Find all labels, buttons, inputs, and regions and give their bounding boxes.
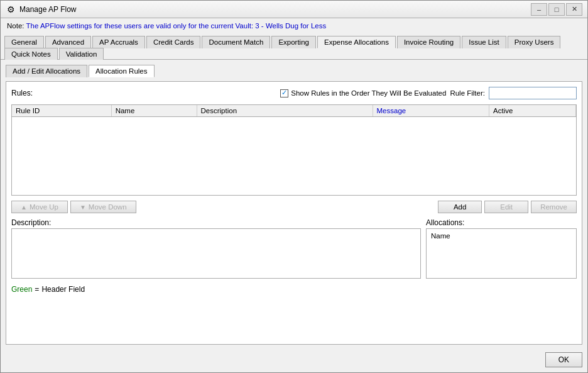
- add-button[interactable]: Add: [438, 201, 482, 213]
- subtabs: Add / Edit Allocations Allocation Rules: [6, 65, 582, 77]
- description-textarea[interactable]: [11, 228, 421, 279]
- tabs-container: General Advanced AP Accruals Credit Card…: [1, 33, 587, 60]
- allocations-table: Name: [428, 231, 574, 241]
- footer-note: Green = Header Field: [11, 284, 577, 295]
- subtab-add-edit[interactable]: Add / Edit Allocations: [6, 65, 87, 77]
- ok-button[interactable]: OK: [545, 352, 582, 367]
- edit-label: Edit: [500, 203, 513, 211]
- description-section: Description:: [11, 218, 421, 279]
- note-text: The APFlow settings for these users are …: [26, 22, 327, 30]
- tab-document-match[interactable]: Document Match: [202, 36, 270, 48]
- note-bar: Note: The APFlow settings for these user…: [1, 18, 587, 33]
- window-title: Manage AP Flow: [19, 5, 531, 14]
- allocations-box: Name: [426, 228, 577, 279]
- subtab-allocation-rules[interactable]: Allocation Rules: [89, 65, 154, 77]
- show-rules-checkbox-label[interactable]: Show Rules in the Order They Will Be Eva…: [280, 89, 446, 97]
- col-name: Name: [111, 105, 197, 117]
- rules-table: Rule ID Name Description Message Active: [12, 105, 576, 117]
- minimize-button[interactable]: –: [531, 3, 547, 16]
- col-description: Description: [197, 105, 373, 117]
- tab-quick-notes[interactable]: Quick Notes: [4, 48, 58, 60]
- col-message: Message: [373, 105, 489, 117]
- footer-field-text: Header Field: [41, 285, 85, 294]
- move-down-button[interactable]: ▼ Move Down: [70, 201, 136, 213]
- window-icon: ⚙: [6, 4, 16, 14]
- description-label: Description:: [11, 218, 421, 227]
- tab-credit-cards[interactable]: Credit Cards: [146, 36, 201, 48]
- remove-label: Remove: [540, 203, 567, 211]
- allocations-table-header: Name: [428, 231, 574, 241]
- move-buttons: ▲ Move Up ▼ Move Down: [11, 201, 136, 213]
- add-label: Add: [454, 203, 466, 211]
- tab-advanced[interactable]: Advanced: [45, 36, 91, 48]
- bottom-section: Description: Allocations: Name: [11, 218, 577, 279]
- ok-cancel-row: OK: [1, 350, 587, 372]
- close-button[interactable]: ✕: [566, 3, 582, 16]
- rule-filter-input[interactable]: [489, 87, 577, 99]
- rules-header-row: Rules: Show Rules in the Order They Will…: [11, 87, 577, 99]
- tab-expense-allocations[interactable]: Expense Allocations: [317, 36, 396, 48]
- main-panel: Rules: Show Rules in the Order They Will…: [6, 81, 582, 345]
- remove-button[interactable]: Remove: [531, 201, 577, 213]
- col-rule-id: Rule ID: [12, 105, 111, 117]
- note-label: Note:: [7, 22, 24, 30]
- add-edit-remove-buttons: Add Edit Remove: [438, 201, 577, 213]
- tab-ap-accruals[interactable]: AP Accruals: [92, 36, 145, 48]
- title-bar: ⚙ Manage AP Flow – □ ✕: [1, 1, 587, 18]
- edit-button[interactable]: Edit: [484, 201, 528, 213]
- tab-issue-list[interactable]: Issue List: [462, 36, 506, 48]
- green-text: Green: [11, 285, 32, 294]
- move-down-icon: ▼: [80, 204, 86, 211]
- move-down-label: Move Down: [89, 203, 127, 211]
- show-rules-label: Show Rules in the Order They Will Be Eva…: [291, 89, 446, 97]
- content-area: Add / Edit Allocations Allocation Rules …: [1, 60, 587, 350]
- allocations-label: Allocations:: [426, 218, 577, 227]
- move-up-button[interactable]: ▲ Move Up: [11, 201, 68, 213]
- show-rules-checkbox[interactable]: [280, 89, 288, 97]
- col-alloc-name: Name: [428, 231, 574, 241]
- action-buttons-row: ▲ Move Up ▼ Move Down Add Edit: [11, 201, 577, 213]
- move-up-label: Move Up: [30, 203, 58, 211]
- move-up-icon: ▲: [21, 204, 27, 211]
- rules-label: Rules:: [11, 89, 33, 97]
- rules-table-header: Rule ID Name Description Message Active: [12, 105, 576, 117]
- tab-proxy-users[interactable]: Proxy Users: [508, 36, 561, 48]
- maximize-button[interactable]: □: [548, 3, 565, 16]
- rules-table-wrapper: Rule ID Name Description Message Active: [11, 104, 577, 196]
- rule-filter-label: Rule Filter:: [450, 89, 485, 97]
- main-window: ⚙ Manage AP Flow – □ ✕ Note: The APFlow …: [0, 0, 588, 373]
- tab-invoice-routing[interactable]: Invoice Routing: [397, 36, 460, 48]
- col-active: Active: [489, 105, 576, 117]
- tab-validation[interactable]: Validation: [59, 48, 104, 60]
- footer-equals: =: [35, 285, 39, 294]
- window-controls: – □ ✕: [531, 3, 582, 16]
- tab-exporting[interactable]: Exporting: [271, 36, 316, 48]
- allocations-section: Allocations: Name: [426, 218, 577, 279]
- tab-general[interactable]: General: [4, 36, 44, 48]
